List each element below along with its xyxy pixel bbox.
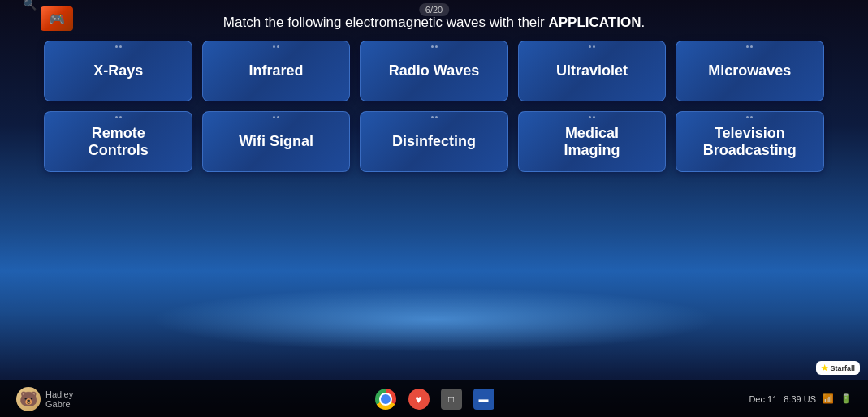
time-display: 8:39 US <box>784 394 816 404</box>
app-logo: 🎮 <box>41 6 73 31</box>
taskbar: ♥ □ ▬ <box>374 388 494 411</box>
card-radio-waves[interactable]: Radio Waves <box>360 41 507 101</box>
card-infrared[interactable]: Infrared <box>202 41 350 101</box>
user-avatar-area: 🐻 Hadley Gabre <box>16 387 73 411</box>
card-television-broadcasting[interactable]: Television Broadcasting <box>676 111 823 172</box>
card-remote-controls[interactable]: Remote Controls <box>44 111 192 172</box>
user-name: Hadley Gabre <box>45 389 73 409</box>
card-medical-imaging[interactable]: Medical Imaging <box>518 111 666 172</box>
card-ultraviolet[interactable]: Ultraviolet <box>518 41 666 101</box>
card-wifi-signal[interactable]: Wifi Signal <box>202 111 350 172</box>
progress-badge: 6/20 <box>419 3 449 16</box>
star-icon: ★ <box>821 363 828 372</box>
bottom-left-area: 🐻 Hadley Gabre <box>16 387 73 411</box>
taskbar-icon-2[interactable]: ♥ <box>408 389 430 410</box>
instruction-text: Match the following electromagnetic wave… <box>223 15 645 31</box>
bottom-bar: 🐻 Hadley Gabre ♥ □ ▬ Dec 11 8:39 US 📶 🔋 <box>0 380 868 417</box>
search-icon: 🔍 <box>23 0 37 11</box>
status-bar-right: Dec 11 8:39 US 📶 🔋 <box>749 393 852 404</box>
avatar: 🐻 <box>16 387 41 411</box>
wifi-icon: 📶 <box>823 393 834 404</box>
date-display: Dec 11 <box>749 394 777 404</box>
row-2: Remote Controls Wifi Signal Disinfecting… <box>45 111 824 172</box>
logo-area: 🎮 <box>41 6 73 31</box>
cards-area: X-Rays Infrared Radio Waves Ultraviolet … <box>37 41 832 172</box>
battery-icon: 🔋 <box>840 393 852 404</box>
card-x-rays[interactable]: X-Rays <box>44 41 192 101</box>
card-microwaves[interactable]: Microwaves <box>676 41 823 101</box>
taskbar-icon-3[interactable]: □ <box>441 389 462 410</box>
card-disinfecting[interactable]: Disinfecting <box>360 111 507 172</box>
row-1: X-Rays Infrared Radio Waves Ultraviolet … <box>45 41 824 101</box>
starfall-badge: ★ Starfall <box>816 361 860 375</box>
chrome-icon[interactable] <box>374 388 397 411</box>
taskbar-icon-4[interactable]: ▬ <box>473 389 494 410</box>
